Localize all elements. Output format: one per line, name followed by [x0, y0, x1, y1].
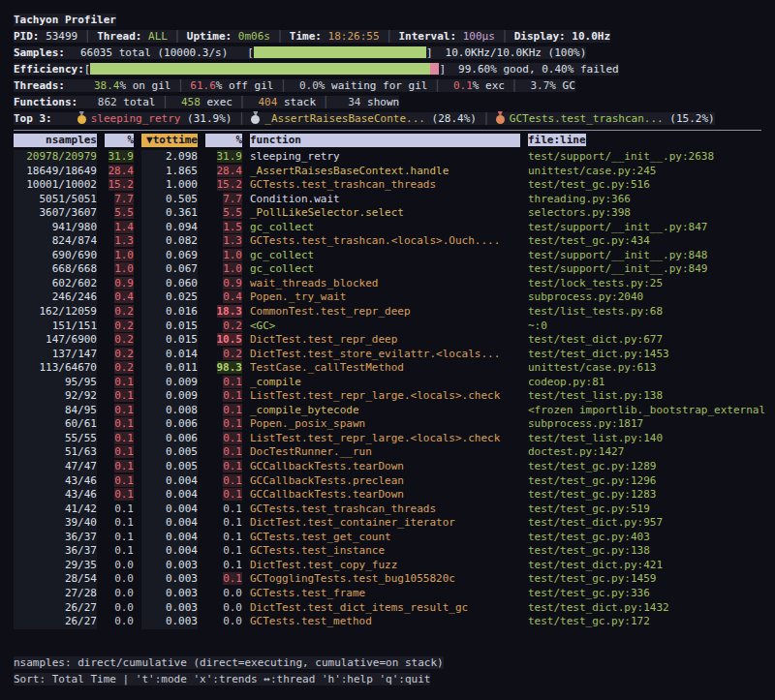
tottime-cell: 0.082 — [141, 234, 198, 249]
function-cell: GCTests.test_get_count — [250, 531, 520, 545]
top3-run: Top 3:sleeping_retry (31.9%) │ _AssertRa… — [14, 112, 715, 125]
tottime-cell: 0.003 — [141, 559, 198, 573]
info-value: 100µs — [463, 30, 495, 43]
cumul-pct-cell-value: 0.1 — [223, 432, 242, 444]
fileline-cell: test/support/__init__.py:848 — [528, 249, 765, 263]
direct-pct-cell: 0.0 — [105, 615, 134, 629]
fileline-cell: test/test_dict.py:1453 — [528, 348, 765, 362]
cumul-pct-cell-value: 31.9 — [217, 150, 243, 163]
cumul-pct-cell: 0.1 — [205, 445, 242, 460]
nsamples-cell-value: 51/63 — [65, 445, 97, 458]
separator: │ — [477, 112, 496, 125]
direct-pct-cell: 1.4 — [105, 221, 134, 235]
nsamples-cell-value: 690/690 — [52, 249, 97, 261]
cumul-pct-cell-value: 0.2 — [223, 348, 242, 360]
separator: │ — [232, 112, 251, 125]
nsamples-cell: 60/61 — [14, 417, 97, 432]
gold-medal-icon — [78, 111, 86, 124]
separator: │ — [232, 96, 252, 108]
column-header-cumul-pct[interactable]: % — [205, 134, 242, 147]
top3-line: Top 3:sleeping_retry (31.9%) │ _AssertRa… — [14, 110, 761, 127]
nsamples-cell: 151/151 — [14, 320, 97, 334]
function-cell: Condition.wait — [250, 193, 520, 207]
cumul-pct-cell-value: 0.1 — [223, 460, 242, 472]
function-cell-value: wait_threads_blocked — [250, 277, 378, 289]
nsamples-cell: 3607/3607 — [14, 206, 97, 221]
fileline-cell: selectors.py:398 — [528, 206, 765, 221]
fileline-cell-value: test/test_dict.py:1432 — [528, 601, 669, 614]
tottime-cell-value: 0.015 — [166, 333, 198, 346]
tottime-cell-value: 0.006 — [166, 417, 198, 430]
nsamples-cell: 47/47 — [14, 460, 97, 474]
fileline-cell: subprocess.py:2040 — [528, 290, 765, 305]
fileline-cell-value: subprocess.py:1817 — [528, 417, 643, 430]
direct-pct-cell: 0.0 — [105, 572, 134, 587]
samples-rate: 10.0KHz/10.0KHz (100%) — [446, 46, 587, 59]
cumul-pct-cell-value: 0.1 — [223, 417, 242, 430]
cumul-pct-cell: 0.2 — [205, 320, 242, 334]
function-cell-value: DictTest.test_container_iterator — [250, 516, 455, 529]
direct-pct-cell-value: 0.4 — [114, 290, 134, 303]
efficiency-summary: 99.60% good, 0.40% failed — [458, 63, 619, 76]
separator: │ — [170, 79, 190, 92]
tachyon-profiler-window: Tachyon Profiler PID: 53499 │ Thread: AL… — [0, 0, 775, 687]
top-function-pct: (28.4%) — [425, 112, 477, 125]
function-cell: _AssertRaisesBaseContext.handle — [250, 165, 520, 179]
column-header-fileline[interactable]: file:line — [528, 134, 765, 147]
tottime-cell: 0.004 — [141, 474, 198, 489]
tottime-cell: 1.865 — [141, 165, 198, 179]
cumul-pct-cell-value: 0.1 — [223, 572, 242, 585]
column-header-tottime[interactable]: ▼tottime — [141, 134, 198, 147]
function-cell-value: ListTest.test_repr_large.<locals>.check — [250, 432, 500, 444]
direct-pct-cell: 0.1 — [105, 376, 134, 390]
function-cell: _compile_bytecode — [250, 404, 520, 418]
direct-pct-cell: 0.1 — [105, 417, 134, 432]
tottime-cell: 0.094 — [141, 221, 198, 235]
direct-pct-cell: 7.7 — [105, 193, 134, 207]
tottime-cell-value: 0.069 — [166, 249, 198, 261]
function-cell: CommonTest.test_repr_deep — [250, 305, 520, 320]
info-label: Time: — [290, 30, 328, 43]
cumul-pct-cell: 31.9 — [205, 150, 242, 165]
direct-pct-cell: 0.0 — [105, 559, 134, 573]
nsamples-cell-value: 246/246 — [52, 290, 97, 303]
column-header-function[interactable]: function — [250, 134, 520, 147]
direct-pct-cell-value: 0.1 — [114, 474, 134, 487]
direct-pct-cell: 0.1 — [105, 474, 134, 489]
function-cell-value: DictTest.test_repr_deep — [250, 333, 397, 346]
cumul-pct-cell: 0.1 — [205, 559, 242, 573]
tottime-cell: 0.003 — [141, 601, 198, 616]
separator: │ — [270, 30, 290, 43]
nsamples-cell: 55/55 — [14, 432, 97, 446]
function-cell: Popen._posix_spawn — [250, 417, 520, 432]
fileline-cell: test/support/__init__.py:847 — [528, 221, 765, 235]
direct-pct-cell-value: 0.2 — [114, 361, 134, 374]
cumul-pct-cell-value: 0.0 — [223, 601, 242, 614]
tottime-cell-value: 0.082 — [166, 234, 198, 247]
top-function-name: sleeping_retry — [91, 112, 181, 125]
function-cell-value: gc_collect — [250, 262, 314, 275]
column-header-direct-pct[interactable]: % — [105, 134, 134, 147]
efficiency-bar-close-bracket: ] — [439, 63, 446, 76]
tottime-cell: 0.067 — [141, 262, 198, 277]
cumul-pct-cell-value: 10.5 — [217, 333, 243, 346]
function-cell-value: TestCase._callTestMethod — [250, 361, 404, 374]
tottime-cell: 0.003 — [141, 572, 198, 587]
cumul-pct-cell: 28.4 — [205, 165, 242, 179]
nsamples-cell-value: 28/54 — [65, 572, 97, 585]
tottime-cell-value: 0.025 — [166, 290, 198, 303]
direct-pct-cell: 0.2 — [105, 305, 134, 320]
tottime-cell-value: 0.011 — [166, 361, 198, 374]
column-header-nsamples[interactable]: nsamples — [14, 134, 97, 147]
info-label: Display: — [514, 30, 573, 43]
fileline-cell: test/list_tests.py:68 — [528, 305, 765, 320]
direct-pct-cell: 0.1 — [105, 502, 134, 517]
direct-pct-cell-value: 0.1 — [114, 460, 134, 472]
tottime-cell: 0.505 — [141, 193, 198, 207]
fileline-cell: unittest/case.py:245 — [528, 165, 765, 179]
tottime-cell-value: 0.016 — [166, 305, 198, 318]
fileline-cell: test/test_gc.py:1296 — [528, 474, 765, 489]
cumul-pct-cell: 0.1 — [205, 502, 242, 517]
app-title: Tachyon Profiler — [14, 14, 116, 26]
stat-value: 458 — [174, 96, 201, 108]
